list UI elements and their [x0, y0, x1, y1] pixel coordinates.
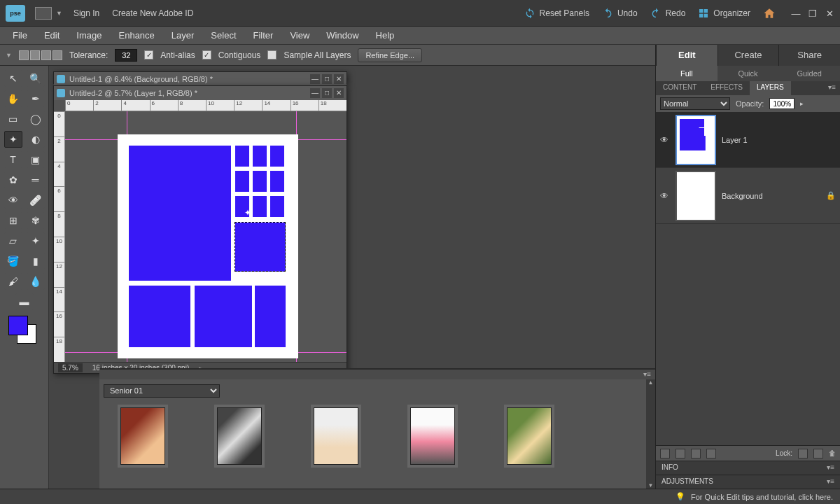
bin-thumbnail[interactable] — [120, 407, 165, 465]
menu-enhance[interactable]: Enhance — [111, 27, 163, 43]
layer-name[interactable]: Background — [722, 192, 820, 200]
eraser-tool[interactable]: ▱ — [4, 232, 22, 249]
gradient-tool[interactable]: ▮ — [27, 253, 45, 270]
clone-stamp-tool[interactable]: ⊞ — [4, 212, 22, 229]
layout-icon[interactable] — [35, 7, 52, 20]
opacity-input[interactable] — [769, 98, 794, 109]
add-selection-icon[interactable] — [30, 50, 40, 60]
menu-filter[interactable]: Filter — [245, 27, 282, 43]
layout-dropdown-arrow[interactable]: ▼ — [56, 10, 62, 17]
panel-menu-arrow[interactable]: ▾≡ — [824, 81, 840, 95]
doc-maximize-button[interactable]: □ — [322, 74, 332, 84]
document-window-front[interactable]: Untitled-2 @ 5.7% (Layer 1, RGB/8) * — □… — [53, 85, 347, 374]
menu-layer[interactable]: Layer — [163, 27, 203, 43]
minimize-button[interactable]: — — [791, 8, 801, 18]
bin-menu-arrow[interactable]: ▾≡ — [643, 370, 651, 378]
layer-thumbnail[interactable] — [676, 171, 716, 221]
tab-create[interactable]: Create — [718, 45, 779, 66]
layer-mask-icon[interactable] — [691, 449, 701, 458]
pattern-stamp-tool[interactable]: ✾ — [27, 212, 45, 229]
foreground-color[interactable] — [8, 316, 28, 335]
magic-wand-tool[interactable]: ✦ — [4, 131, 22, 148]
layer-thumbnail[interactable] — [676, 115, 716, 165]
smart-brush-tool[interactable]: ✦ — [27, 232, 45, 249]
subtract-selection-icon[interactable] — [41, 50, 51, 60]
sample-all-checkbox[interactable] — [267, 50, 276, 59]
document-window-back[interactable]: Untitled-1 @ 6.4% (Background, RGB/8) * … — [53, 71, 347, 84]
move-tool[interactable]: ↖ — [4, 70, 22, 87]
panel-tab-effects[interactable]: EFFECTS — [704, 81, 750, 95]
bin-thumbnail[interactable] — [410, 407, 455, 465]
subtab-guided[interactable]: Guided — [778, 66, 840, 81]
maximize-button[interactable]: ❐ — [808, 8, 818, 18]
layer-name[interactable]: Layer 1 — [722, 136, 836, 144]
straighten-tool[interactable]: ═ — [27, 172, 45, 188]
blend-mode-select[interactable]: Normal — [660, 97, 730, 110]
bin-preset-select[interactable]: Senior 01 — [104, 384, 220, 398]
tab-share[interactable]: Share — [778, 45, 840, 66]
tool-preset-arrow[interactable]: ▼ — [6, 52, 12, 59]
blur-tool[interactable]: 💧 — [27, 273, 45, 290]
bin-thumbnail[interactable] — [314, 407, 358, 465]
lock-all-icon[interactable] — [813, 449, 823, 458]
layer-item[interactable]: 👁 Background 🔒 — [656, 168, 840, 224]
panel-tab-layers[interactable]: LAYERS — [750, 81, 791, 95]
opacity-arrow[interactable]: ▸ — [800, 100, 804, 107]
marquee-tool[interactable]: ▭ — [4, 111, 22, 127]
menu-edit[interactable]: Edit — [36, 27, 68, 43]
bin-thumbnail[interactable] — [507, 407, 552, 465]
tab-edit[interactable]: Edit — [656, 45, 718, 66]
undo-button[interactable]: Undo — [602, 8, 638, 19]
close-button[interactable]: ✕ — [825, 8, 834, 18]
ruler-horizontal[interactable]: 024681012141618 — [65, 100, 346, 111]
adjustment-layer-icon[interactable] — [676, 449, 685, 458]
intersect-selection-icon[interactable] — [52, 50, 62, 60]
ruler-vertical[interactable]: 024681012141618 — [54, 111, 65, 362]
subtab-quick[interactable]: Quick — [718, 66, 779, 81]
menu-select[interactable]: Select — [202, 27, 244, 43]
refine-edge-button[interactable]: Refine Edge... — [358, 48, 422, 62]
delete-layer-icon[interactable]: 🗑 — [829, 449, 836, 457]
sponge-tool[interactable]: ▬ — [15, 293, 34, 310]
bin-thumbnail[interactable] — [217, 407, 262, 465]
sign-in-link[interactable]: Sign In — [74, 8, 99, 18]
visibility-toggle[interactable]: 👁 — [660, 191, 670, 201]
crop-tool[interactable]: ▣ — [27, 151, 45, 168]
lock-transparent-icon[interactable] — [798, 449, 808, 458]
reset-panels-button[interactable]: Reset Panels — [524, 8, 589, 19]
menu-view[interactable]: View — [281, 27, 318, 43]
organizer-button[interactable]: Organizer — [698, 8, 750, 19]
paint-bucket-tool[interactable]: 🪣 — [4, 253, 22, 270]
create-adobe-id-link[interactable]: Create New Adobe ID — [112, 8, 193, 18]
new-layer-icon[interactable] — [660, 449, 670, 458]
contiguous-checkbox[interactable]: ✓ — [202, 50, 211, 59]
doc-minimize-button[interactable]: — — [310, 74, 320, 84]
hand-tool[interactable]: ✋ — [4, 90, 22, 107]
doc-maximize-button[interactable]: □ — [322, 88, 332, 98]
anti-alias-checkbox[interactable]: ✓ — [144, 50, 153, 59]
new-selection-icon[interactable] — [19, 50, 29, 60]
menu-file[interactable]: File — [4, 27, 36, 43]
info-panel-header[interactable]: INFO▾≡ — [656, 461, 840, 475]
doc-close-button[interactable]: ✕ — [334, 88, 344, 98]
cookie-cutter-tool[interactable]: ✿ — [4, 172, 22, 188]
zoom-tool[interactable]: 🔍 — [27, 70, 45, 87]
doc-minimize-button[interactable]: — — [310, 88, 320, 98]
doc-close-button[interactable]: ✕ — [334, 74, 344, 84]
lasso-tool[interactable]: ◯ — [27, 111, 45, 127]
red-eye-tool[interactable]: 👁 — [4, 192, 22, 209]
menu-image[interactable]: Image — [68, 27, 110, 43]
eyedropper-tool[interactable]: ✒ — [27, 90, 45, 107]
zoom-level[interactable]: 5.7% — [58, 363, 83, 372]
canvas[interactable]: ✦ — [65, 111, 346, 362]
healing-brush-tool[interactable]: 🩹 — [27, 192, 45, 209]
bin-scrollbar[interactable] — [646, 379, 655, 489]
status-tip[interactable]: For Quick Edit tips and tutorial, click … — [691, 493, 833, 501]
menu-help[interactable]: Help — [368, 27, 403, 43]
panel-tab-content[interactable]: CONTENT — [656, 81, 704, 95]
quick-selection-tool[interactable]: ◐ — [27, 131, 45, 148]
visibility-toggle[interactable]: 👁 — [660, 135, 670, 145]
redo-button[interactable]: Redo — [650, 8, 686, 19]
adjustments-panel-header[interactable]: ADJUSTMENTS▾≡ — [656, 475, 840, 489]
layer-item[interactable]: 👁 Layer 1 — [656, 112, 840, 168]
